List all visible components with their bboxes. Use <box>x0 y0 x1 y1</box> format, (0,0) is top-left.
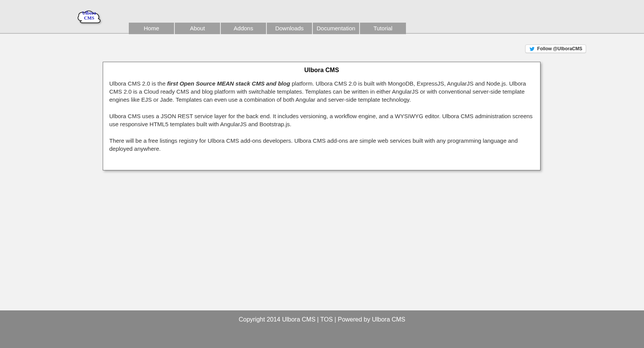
content-paragraph-3: There will be a free listings registry f… <box>109 137 534 153</box>
twitter-follow-label: Follow @UlboraCMS <box>537 46 582 51</box>
footer-powered-link[interactable]: Ulbora CMS <box>372 316 405 323</box>
nav-tutorial[interactable]: Tutorial <box>360 23 406 34</box>
main-nav: Home About Addons Downloads Documentatio… <box>129 23 406 34</box>
content-paragraph-1: Ulbora CMS 2.0 is the first Open Source … <box>109 79 534 104</box>
content-title: Ulbora CMS <box>109 67 534 74</box>
nav-about[interactable]: About <box>175 23 221 34</box>
footer-tos-link[interactable]: TOS <box>320 316 333 323</box>
nav-home[interactable]: Home <box>129 23 175 34</box>
twitter-follow-button[interactable]: Follow @UlboraCMS <box>525 45 586 53</box>
logo-text: Ulbora CMS <box>82 11 96 21</box>
content-panel: Ulbora CMS Ulbora CMS 2.0 is the first O… <box>103 62 540 170</box>
nav-documentation[interactable]: Documentation <box>313 23 360 34</box>
nav-addons[interactable]: Addons <box>221 23 267 34</box>
footer: Copyright 2014 Ulbora CMS | TOS | Powere… <box>0 310 644 348</box>
footer-copyright: Copyright 2014 Ulbora CMS <box>239 316 315 323</box>
footer-powered-pre: Powered by <box>338 316 372 323</box>
twitter-icon <box>529 46 535 51</box>
content-paragraph-2: Ulbora CMS uses a JSON REST service laye… <box>109 112 534 128</box>
social-follow: Follow @UlboraCMS <box>525 45 586 53</box>
header: Ulbora CMS Home About Addons Downloads D… <box>0 0 644 34</box>
logo[interactable]: Ulbora CMS <box>75 7 104 26</box>
nav-downloads[interactable]: Downloads <box>267 23 313 34</box>
